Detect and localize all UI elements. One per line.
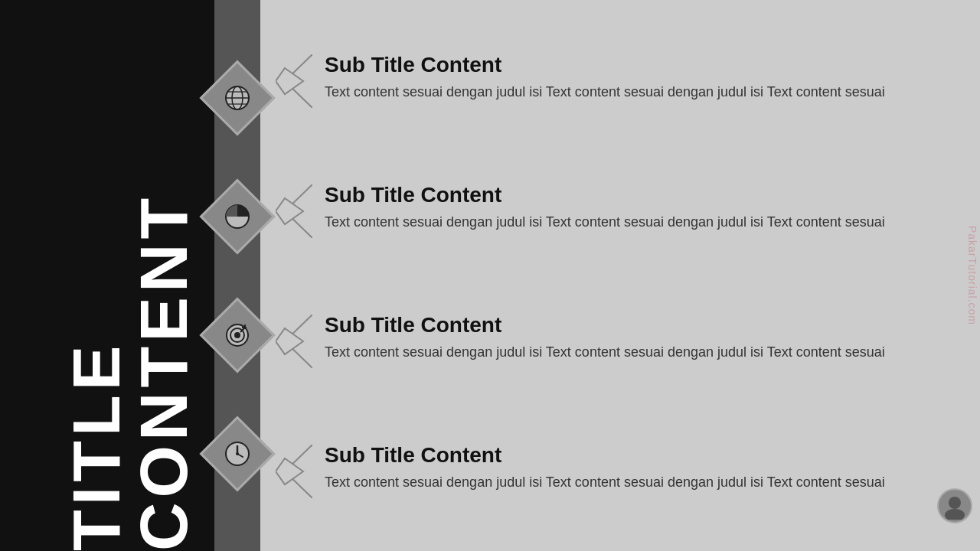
svg-marker-21 (276, 198, 303, 224)
list-item: Sub Title Content Text content sesuai de… (276, 183, 949, 238)
main-title: TITLE CONTENT (63, 0, 198, 551)
item-2-text: Sub Title Content Text content sesuai de… (325, 183, 949, 233)
list-item: Sub Title Content Text content sesuai de… (276, 53, 949, 108)
item-4-text: Sub Title Content Text content sesuai de… (325, 443, 949, 493)
chevron-icon-2 (276, 184, 312, 238)
left-panel: TITLE CONTENT (0, 0, 260, 551)
item-2-subtitle: Sub Title Content (325, 183, 949, 207)
list-item: Sub Title Content Text content sesuai de… (276, 443, 949, 498)
item-1-subtitle: Sub Title Content (325, 53, 949, 77)
item-3-subtitle: Sub Title Content (325, 313, 949, 337)
icon-globe (220, 81, 254, 115)
item-4-subtitle: Sub Title Content (325, 443, 949, 468)
item-1-body: Text content sesuai dengan judul isi Tex… (325, 82, 949, 103)
chevron-icon-3 (276, 315, 312, 368)
svg-marker-24 (276, 328, 303, 354)
item-3-body: Text content sesuai dengan judul isi Tex… (325, 342, 949, 363)
avatar (937, 488, 972, 523)
svg-point-29 (945, 509, 965, 520)
icon-pie (220, 200, 254, 233)
item-4-body: Text content sesuai dengan judul isi Tex… (325, 472, 949, 493)
icon-clock (220, 437, 254, 471)
chevron-icon-4 (276, 445, 312, 498)
right-panel: Sub Title Content Text content sesuai de… (260, 0, 980, 551)
svg-marker-18 (276, 68, 303, 94)
item-2-body: Text content sesuai dengan judul isi Tex… (325, 212, 949, 233)
chevron-icon-1 (276, 54, 312, 108)
item-1-text: Sub Title Content Text content sesuai de… (325, 53, 949, 103)
svg-point-28 (949, 497, 961, 509)
list-item: Sub Title Content Text content sesuai de… (276, 313, 949, 368)
item-3-text: Sub Title Content Text content sesuai de… (325, 313, 949, 363)
icon-target (220, 318, 254, 352)
svg-marker-27 (276, 458, 303, 484)
timeline-bar (214, 0, 260, 551)
